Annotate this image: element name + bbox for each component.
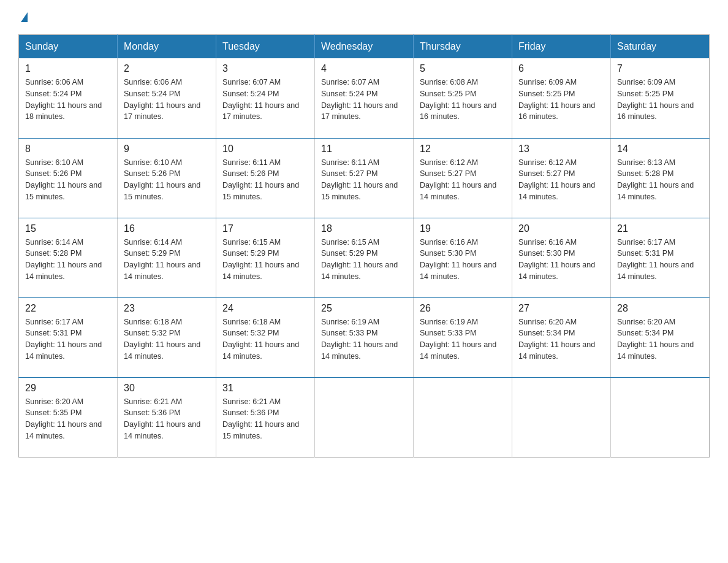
day-number: 31 [222, 383, 308, 394]
day-number: 21 [617, 223, 703, 234]
day-info: Sunrise: 6:21 AMSunset: 5:36 PMDaylight:… [222, 397, 299, 440]
calendar-cell: 28 Sunrise: 6:20 AMSunset: 5:34 PMDaylig… [611, 297, 710, 377]
day-number: 22 [25, 303, 111, 314]
calendar-cell [414, 377, 512, 457]
calendar-cell: 15 Sunrise: 6:14 AMSunset: 5:28 PMDaylig… [19, 218, 118, 297]
logo [18, 12, 28, 23]
calendar-cell: 30 Sunrise: 6:21 AMSunset: 5:36 PMDaylig… [118, 377, 216, 457]
day-info: Sunrise: 6:13 AMSunset: 5:28 PMDaylight:… [617, 158, 694, 201]
weekday-header-friday: Friday [512, 35, 611, 59]
calendar-week-row: 1 Sunrise: 6:06 AMSunset: 5:24 PMDayligh… [19, 58, 710, 138]
calendar-cell: 20 Sunrise: 6:16 AMSunset: 5:30 PMDaylig… [512, 218, 611, 297]
day-number: 23 [124, 303, 210, 314]
day-number: 5 [420, 63, 506, 74]
day-number: 1 [25, 63, 111, 74]
day-info: Sunrise: 6:15 AMSunset: 5:29 PMDaylight:… [321, 238, 398, 281]
calendar-cell: 3 Sunrise: 6:07 AMSunset: 5:24 PMDayligh… [216, 58, 315, 138]
day-number: 7 [617, 63, 703, 74]
calendar-cell [315, 377, 414, 457]
calendar-cell: 27 Sunrise: 6:20 AMSunset: 5:34 PMDaylig… [512, 297, 611, 377]
calendar-table: SundayMondayTuesdayWednesdayThursdayFrid… [18, 34, 710, 458]
day-number: 29 [25, 383, 111, 394]
day-info: Sunrise: 6:20 AMSunset: 5:34 PMDaylight:… [518, 318, 595, 361]
day-number: 4 [321, 63, 407, 74]
calendar-cell: 25 Sunrise: 6:19 AMSunset: 5:33 PMDaylig… [315, 297, 414, 377]
calendar-week-row: 29 Sunrise: 6:20 AMSunset: 5:35 PMDaylig… [19, 377, 710, 457]
calendar-cell: 16 Sunrise: 6:14 AMSunset: 5:29 PMDaylig… [118, 218, 216, 297]
calendar-cell: 13 Sunrise: 6:12 AMSunset: 5:27 PMDaylig… [512, 138, 611, 218]
day-number: 20 [518, 223, 604, 234]
day-number: 8 [25, 144, 111, 155]
day-info: Sunrise: 6:14 AMSunset: 5:29 PMDaylight:… [124, 238, 200, 281]
day-info: Sunrise: 6:20 AMSunset: 5:35 PMDaylight:… [25, 397, 102, 440]
calendar-cell: 5 Sunrise: 6:08 AMSunset: 5:25 PMDayligh… [414, 58, 512, 138]
weekday-header-wednesday: Wednesday [315, 35, 414, 59]
day-info: Sunrise: 6:18 AMSunset: 5:32 PMDaylight:… [124, 318, 200, 361]
calendar-cell: 17 Sunrise: 6:15 AMSunset: 5:29 PMDaylig… [216, 218, 315, 297]
calendar-cell: 31 Sunrise: 6:21 AMSunset: 5:36 PMDaylig… [216, 377, 315, 457]
calendar-cell: 10 Sunrise: 6:11 AMSunset: 5:26 PMDaylig… [216, 138, 315, 218]
day-info: Sunrise: 6:09 AMSunset: 5:25 PMDaylight:… [617, 78, 694, 121]
weekday-header-sunday: Sunday [19, 35, 118, 59]
calendar-cell: 11 Sunrise: 6:11 AMSunset: 5:27 PMDaylig… [315, 138, 414, 218]
calendar-cell: 26 Sunrise: 6:19 AMSunset: 5:33 PMDaylig… [414, 297, 512, 377]
day-number: 16 [124, 223, 210, 234]
day-number: 10 [222, 144, 308, 155]
calendar-cell: 4 Sunrise: 6:07 AMSunset: 5:24 PMDayligh… [315, 58, 414, 138]
day-number: 2 [124, 63, 210, 74]
day-number: 17 [222, 223, 308, 234]
day-number: 30 [124, 383, 210, 394]
calendar-cell: 1 Sunrise: 6:06 AMSunset: 5:24 PMDayligh… [19, 58, 118, 138]
calendar-cell: 21 Sunrise: 6:17 AMSunset: 5:31 PMDaylig… [611, 218, 710, 297]
calendar-cell: 6 Sunrise: 6:09 AMSunset: 5:25 PMDayligh… [512, 58, 611, 138]
day-info: Sunrise: 6:14 AMSunset: 5:28 PMDaylight:… [25, 238, 102, 281]
day-number: 25 [321, 303, 407, 314]
calendar-cell: 12 Sunrise: 6:12 AMSunset: 5:27 PMDaylig… [414, 138, 512, 218]
day-info: Sunrise: 6:07 AMSunset: 5:24 PMDaylight:… [222, 78, 299, 121]
calendar-cell: 23 Sunrise: 6:18 AMSunset: 5:32 PMDaylig… [118, 297, 216, 377]
day-info: Sunrise: 6:18 AMSunset: 5:32 PMDaylight:… [222, 318, 299, 361]
day-info: Sunrise: 6:10 AMSunset: 5:26 PMDaylight:… [25, 158, 102, 201]
calendar-week-row: 15 Sunrise: 6:14 AMSunset: 5:28 PMDaylig… [19, 218, 710, 297]
day-number: 13 [518, 144, 604, 155]
day-info: Sunrise: 6:12 AMSunset: 5:27 PMDaylight:… [518, 158, 595, 201]
day-number: 12 [420, 144, 506, 155]
day-info: Sunrise: 6:16 AMSunset: 5:30 PMDaylight:… [518, 238, 595, 281]
day-info: Sunrise: 6:19 AMSunset: 5:33 PMDaylight:… [420, 318, 496, 361]
day-number: 3 [222, 63, 308, 74]
calendar-cell: 22 Sunrise: 6:17 AMSunset: 5:31 PMDaylig… [19, 297, 118, 377]
calendar-cell [611, 377, 710, 457]
weekday-header-row: SundayMondayTuesdayWednesdayThursdayFrid… [19, 35, 710, 59]
calendar-cell [512, 377, 611, 457]
weekday-header-thursday: Thursday [414, 35, 512, 59]
logo-triangle-icon [21, 12, 28, 22]
weekday-header-monday: Monday [118, 35, 216, 59]
day-number: 9 [124, 144, 210, 155]
page-header [18, 12, 710, 23]
calendar-cell: 14 Sunrise: 6:13 AMSunset: 5:28 PMDaylig… [611, 138, 710, 218]
day-info: Sunrise: 6:17 AMSunset: 5:31 PMDaylight:… [25, 318, 102, 361]
calendar-cell: 18 Sunrise: 6:15 AMSunset: 5:29 PMDaylig… [315, 218, 414, 297]
calendar-cell: 9 Sunrise: 6:10 AMSunset: 5:26 PMDayligh… [118, 138, 216, 218]
day-info: Sunrise: 6:10 AMSunset: 5:26 PMDaylight:… [124, 158, 200, 201]
day-number: 28 [617, 303, 703, 314]
day-number: 6 [518, 63, 604, 74]
day-number: 15 [25, 223, 111, 234]
day-info: Sunrise: 6:09 AMSunset: 5:25 PMDaylight:… [518, 78, 595, 121]
day-number: 18 [321, 223, 407, 234]
day-info: Sunrise: 6:16 AMSunset: 5:30 PMDaylight:… [420, 238, 496, 281]
day-info: Sunrise: 6:11 AMSunset: 5:27 PMDaylight:… [321, 158, 398, 201]
calendar-cell: 24 Sunrise: 6:18 AMSunset: 5:32 PMDaylig… [216, 297, 315, 377]
calendar-cell: 29 Sunrise: 6:20 AMSunset: 5:35 PMDaylig… [19, 377, 118, 457]
calendar-cell: 2 Sunrise: 6:06 AMSunset: 5:24 PMDayligh… [118, 58, 216, 138]
weekday-header-saturday: Saturday [611, 35, 710, 59]
calendar-cell: 19 Sunrise: 6:16 AMSunset: 5:30 PMDaylig… [414, 218, 512, 297]
day-info: Sunrise: 6:21 AMSunset: 5:36 PMDaylight:… [124, 397, 200, 440]
day-number: 19 [420, 223, 506, 234]
day-info: Sunrise: 6:06 AMSunset: 5:24 PMDaylight:… [25, 78, 102, 121]
day-number: 27 [518, 303, 604, 314]
day-info: Sunrise: 6:07 AMSunset: 5:24 PMDaylight:… [321, 78, 398, 121]
day-number: 26 [420, 303, 506, 314]
day-info: Sunrise: 6:12 AMSunset: 5:27 PMDaylight:… [420, 158, 496, 201]
day-info: Sunrise: 6:15 AMSunset: 5:29 PMDaylight:… [222, 238, 299, 281]
